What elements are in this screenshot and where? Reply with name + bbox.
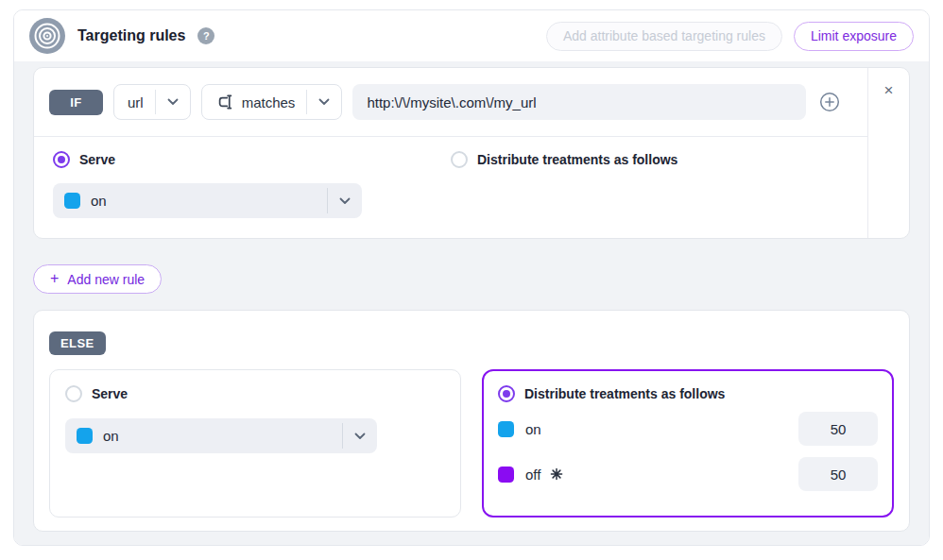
matcher-select-value: matches [242,94,296,110]
panel-body: IF url [14,61,929,546]
add-new-rule-label: Add new rule [67,272,145,287]
condition-row: IF url [34,68,867,137]
else-distribute-label: Distribute treatments as follows [524,386,725,401]
match-pattern-input[interactable] [352,84,806,120]
radio-unselected[interactable] [65,385,82,402]
else-treatment-select[interactable]: on [65,418,377,453]
target-icon [29,18,65,54]
panel-header: Targeting rules ? Add attribute based ta… [14,10,929,61]
attribute-select[interactable]: url [113,84,191,120]
else-badge: ELSE [49,331,106,355]
chevron-down-icon [156,98,190,106]
targeting-rules-panel: Targeting rules ? Add attribute based ta… [13,9,930,546]
serve-option-card: Serve on [49,369,461,518]
default-rule-card: ELSE Serve on [33,310,910,532]
distribute-label: Distribute treatments as follows [477,152,677,167]
treatment-color-swatch [64,193,80,209]
limit-exposure-button[interactable]: Limit exposure [794,22,914,51]
treatment-color-swatch [498,467,514,483]
close-icon[interactable]: × [884,82,894,98]
help-icon[interactable]: ? [197,27,214,44]
add-attribute-rules-button: Add attribute based targeting rules [546,22,782,51]
if-badge: IF [49,90,103,115]
treatment-percent-input[interactable] [798,457,878,491]
add-new-rule-button[interactable]: + Add new rule [33,264,162,294]
else-serve-radio-option[interactable]: Serve [65,385,445,402]
serve-area: Serve Distribute treatments as follows o… [34,137,867,218]
radio-selected[interactable] [498,385,515,402]
distribute-option-card: Distribute treatments as follows on off [482,369,894,518]
serve-label: Serve [79,152,115,167]
treatment-percent-input[interactable] [798,412,878,446]
treatment-row-off: off [498,457,878,491]
treatment-color-swatch [77,428,93,444]
distribute-radio-option[interactable]: Distribute treatments as follows [451,151,849,168]
page-title: Targeting rules [77,27,185,44]
else-distribute-radio-option[interactable]: Distribute treatments as follows [498,385,878,402]
matcher-select[interactable]: matches [201,84,343,120]
else-treatment-select-value: on [103,428,119,444]
treatment-row-on: on [498,412,878,446]
chevron-down-icon [343,433,377,440]
targeting-rule-card: IF url [33,67,910,239]
default-treatment-asterisk-icon [550,467,563,481]
else-serve-label: Serve [92,386,128,401]
chevron-down-icon [307,98,341,106]
treatment-select-value: on [91,193,107,209]
string-match-icon [215,93,234,111]
plus-icon: + [50,271,59,286]
treatment-select[interactable]: on [53,183,362,218]
treatment-name: on [525,421,541,437]
treatment-color-swatch [498,421,514,437]
radio-unselected[interactable] [451,151,468,168]
page: Targeting rules ? Add attribute based ta… [0,0,943,560]
attribute-select-value: url [128,94,144,110]
add-condition-icon[interactable] [819,92,840,112]
serve-radio-option[interactable]: Serve [53,151,451,168]
chevron-down-icon [328,197,362,205]
radio-selected[interactable] [53,151,70,168]
rule-actions-column: × [867,68,909,238]
treatment-name: off [525,467,540,483]
